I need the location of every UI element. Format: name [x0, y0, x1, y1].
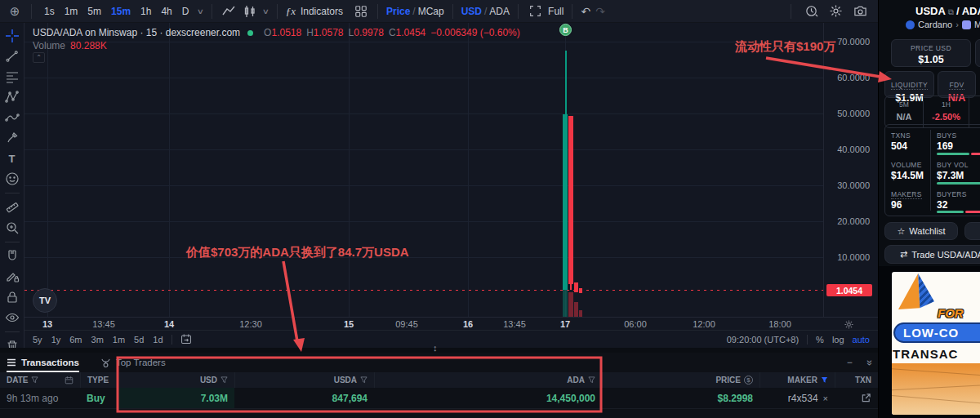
- timeframe-button-1m[interactable]: 1m: [60, 4, 82, 19]
- tx-maker-address[interactable]: r4x534: [788, 393, 818, 404]
- brush-icon[interactable]: [4, 130, 20, 146]
- layout-grid-icon[interactable]: [353, 3, 369, 20]
- ad-banner[interactable]: FOR LOW-CO TRANSAC: [879, 266, 980, 418]
- add-plus-icon[interactable]: ⊕: [7, 3, 23, 20]
- crosshair-icon[interactable]: [4, 28, 20, 44]
- filter-icon[interactable]: [31, 376, 38, 384]
- tx-link[interactable]: [835, 388, 878, 408]
- watchlist-button[interactable]: ☆ Watchlist: [884, 222, 958, 240]
- redo-icon[interactable]: ↷: [595, 5, 605, 18]
- emoji-icon[interactable]: [4, 171, 20, 187]
- timeframe-button-D[interactable]: D: [178, 4, 194, 19]
- text-tool-icon[interactable]: T: [4, 150, 20, 167]
- perf-6h[interactable]: 6H -4.0%: [969, 96, 980, 127]
- tx-price: $8.2998: [602, 388, 760, 408]
- alerts-button-clipped[interactable]: [964, 222, 980, 240]
- lock-icon[interactable]: [4, 289, 20, 305]
- fib-retracement-icon[interactable]: [4, 69, 20, 85]
- zoom-in-icon[interactable]: [4, 220, 20, 236]
- chart-plot-area[interactable]: BTV: [24, 23, 823, 317]
- range-button-6m[interactable]: 6m: [69, 335, 82, 345]
- log-scale-button[interactable]: log: [832, 335, 844, 345]
- price-mcap-toggle: Price / MCap: [386, 6, 444, 17]
- timeframe-button-15m[interactable]: 15m: [107, 4, 135, 19]
- indicators-button[interactable]: Indicators: [301, 6, 343, 17]
- auto-scale-button[interactable]: auto: [853, 335, 870, 345]
- trend-line-icon[interactable]: [4, 48, 20, 64]
- tx-maker[interactable]: r4x534 ×: [760, 388, 835, 408]
- copy-icon[interactable]: ⧉: [948, 7, 954, 16]
- range-button-1m[interactable]: 1m: [113, 335, 125, 345]
- breadcrumb-chain[interactable]: Cardano: [918, 20, 952, 29]
- percent-scale-button[interactable]: %: [816, 335, 824, 345]
- breadcrumb-dex[interactable]: Minswap: [974, 20, 980, 29]
- price-axis[interactable]: 1.0454 70.000060.000050.000040.000030.00…: [823, 23, 878, 317]
- col-usda[interactable]: USDA: [234, 372, 374, 388]
- time-axis[interactable]: 1313:451412:301509:451613:451706:0012:00…: [24, 317, 878, 330]
- trade-button[interactable]: ⇄ Trade USDA/ADA: [884, 245, 980, 264]
- filter-icon[interactable]: [588, 376, 595, 384]
- fullscreen-button[interactable]: Full: [548, 6, 564, 17]
- alert-clock-icon[interactable]: [803, 3, 819, 20]
- price-usd-card: PRICE USD $1.05: [891, 39, 971, 67]
- go-to-date-icon[interactable]: [180, 333, 192, 346]
- indicators-fx-icon[interactable]: ƒx: [286, 5, 296, 18]
- chevron-down-icon[interactable]: ∨: [197, 7, 204, 16]
- col-usd[interactable]: USD: [117, 372, 234, 388]
- tradingview-logo[interactable]: TV: [33, 288, 57, 313]
- col-ada[interactable]: ADA: [374, 372, 602, 388]
- external-link-icon[interactable]: [861, 393, 871, 403]
- chevron-down-icon[interactable]: ∨: [262, 7, 270, 16]
- collapse-icon[interactable]: «: [862, 359, 875, 365]
- clear-filter-icon[interactable]: ×: [823, 394, 828, 403]
- camera-icon[interactable]: [852, 3, 868, 20]
- range-button-3m[interactable]: 3m: [91, 335, 104, 345]
- resize-handle-icon[interactable]: ↕: [433, 343, 438, 353]
- clock-timezone[interactable]: 09:20:00 (UTC+8): [727, 335, 799, 345]
- eye-icon[interactable]: [4, 309, 20, 326]
- filter-icon[interactable]: [360, 376, 368, 384]
- tab-top-traders[interactable]: Top Traders: [100, 353, 166, 372]
- transaction-row[interactable]: 9h 13m ago Buy 7.03M 847,694 14,450,000 …: [0, 388, 878, 409]
- mcap-toggle[interactable]: MCap: [418, 6, 444, 17]
- drawing-lock-icon[interactable]: [4, 269, 20, 285]
- timeframe-button-1h[interactable]: 1h: [136, 4, 155, 19]
- line-chart-icon[interactable]: [220, 3, 237, 20]
- tab-transactions[interactable]: Transactions: [7, 353, 79, 372]
- xabcd-pattern-icon[interactable]: [4, 89, 20, 105]
- range-button-1y[interactable]: 1y: [51, 335, 61, 345]
- col-maker[interactable]: MAKER: [760, 372, 835, 388]
- forecast-icon[interactable]: [4, 109, 20, 126]
- perf-5m[interactable]: 5M N/A: [885, 96, 923, 127]
- range-button-5d[interactable]: 5d: [134, 335, 144, 345]
- gear-icon[interactable]: [827, 3, 844, 20]
- cardano-chain-icon: [906, 20, 915, 29]
- filter-icon[interactable]: [220, 376, 228, 384]
- fullscreen-icon[interactable]: [527, 3, 543, 20]
- buys-label: BUYS: [937, 131, 956, 140]
- range-button-1d[interactable]: 1d: [153, 335, 163, 345]
- ada-toggle[interactable]: ADA: [489, 6, 510, 17]
- timeframe-button-1s[interactable]: 1s: [40, 4, 59, 19]
- range-button-5y[interactable]: 5y: [33, 335, 42, 345]
- minimize-icon[interactable]: −: [847, 357, 853, 368]
- col-date[interactable]: DATE: [0, 372, 80, 388]
- price-toggle[interactable]: Price: [386, 6, 410, 17]
- calendar-icon[interactable]: [65, 376, 74, 385]
- candlestick-icon[interactable]: [242, 3, 258, 20]
- ruler-icon[interactable]: [4, 199, 20, 216]
- col-type[interactable]: TYPE: [80, 372, 117, 388]
- magnet-icon[interactable]: [4, 248, 20, 265]
- perf-1h[interactable]: 1H -2.50%: [923, 96, 969, 127]
- usd-toggle[interactable]: USD: [461, 6, 482, 17]
- timeframe-button-4h[interactable]: 4h: [157, 4, 176, 19]
- currency-toggle-icon[interactable]: $: [744, 376, 753, 385]
- ad-image[interactable]: FOR LOW-CO TRANSAC: [892, 272, 980, 415]
- stats-box: TXNS 504 BUYS 169 VOLUME $14.5M BUY VOL …: [884, 124, 980, 216]
- divider: [5, 242, 20, 242]
- legend-collapse-icon[interactable]: ⌃: [33, 52, 45, 63]
- undo-icon[interactable]: ↶: [581, 5, 590, 18]
- col-price[interactable]: PRICE $: [602, 372, 760, 388]
- filter-icon-active[interactable]: [821, 376, 828, 384]
- timeframe-button-5m[interactable]: 5m: [83, 4, 105, 19]
